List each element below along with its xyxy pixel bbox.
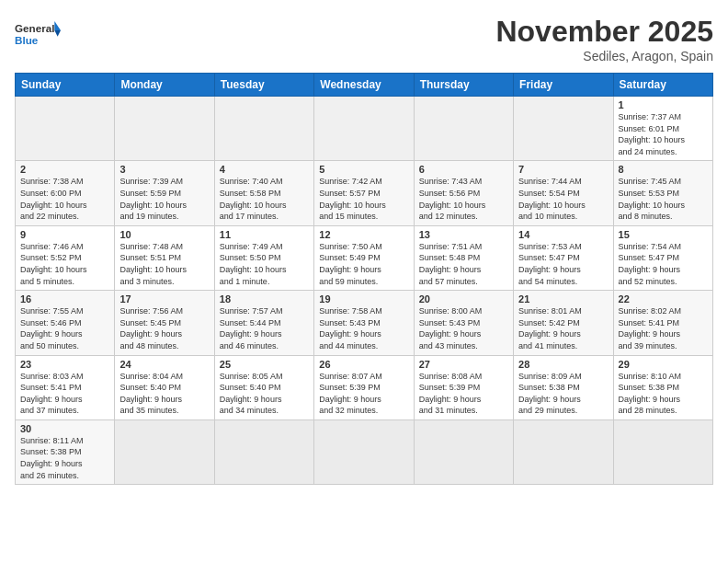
calendar-cell: 16Sunrise: 7:55 AM Sunset: 5:46 PM Dayli… xyxy=(16,291,115,355)
day-number: 10 xyxy=(119,229,209,240)
day-number: 29 xyxy=(619,359,708,370)
calendar-week-row: 2Sunrise: 7:38 AM Sunset: 6:00 PM Daylig… xyxy=(16,161,713,225)
day-info: Sunrise: 7:38 AM Sunset: 6:00 PM Dayligh… xyxy=(20,176,109,222)
calendar-cell: 11Sunrise: 7:49 AM Sunset: 5:50 PM Dayli… xyxy=(214,225,313,290)
day-number: 14 xyxy=(518,229,608,240)
calendar-cell: 18Sunrise: 7:57 AM Sunset: 5:44 PM Dayli… xyxy=(214,291,313,355)
calendar-cell xyxy=(314,419,414,484)
day-number: 2 xyxy=(20,164,109,175)
day-number: 26 xyxy=(319,359,408,370)
day-number: 11 xyxy=(220,229,309,240)
location: Sediles, Aragon, Spain xyxy=(495,49,713,63)
day-info: Sunrise: 7:51 AM Sunset: 5:48 PM Dayligh… xyxy=(419,241,508,287)
day-info: Sunrise: 7:46 AM Sunset: 5:52 PM Dayligh… xyxy=(20,241,109,287)
weekday-header-thursday: Thursday xyxy=(414,74,513,97)
day-number: 13 xyxy=(419,229,508,240)
day-number: 28 xyxy=(518,359,608,370)
day-info: Sunrise: 8:04 AM Sunset: 5:40 PM Dayligh… xyxy=(119,371,209,417)
calendar-cell xyxy=(514,419,613,484)
day-info: Sunrise: 7:37 AM Sunset: 6:01 PM Dayligh… xyxy=(619,111,708,157)
weekday-header-wednesday: Wednesday xyxy=(314,74,414,97)
calendar-cell: 28Sunrise: 8:09 AM Sunset: 5:38 PM Dayli… xyxy=(514,355,613,419)
calendar-cell: 6Sunrise: 7:43 AM Sunset: 5:56 PM Daylig… xyxy=(414,161,513,225)
calendar-cell: 17Sunrise: 7:56 AM Sunset: 5:45 PM Dayli… xyxy=(115,291,214,355)
calendar-week-row: 16Sunrise: 7:55 AM Sunset: 5:46 PM Dayli… xyxy=(16,291,713,355)
calendar-cell: 21Sunrise: 8:01 AM Sunset: 5:42 PM Dayli… xyxy=(514,291,613,355)
day-info: Sunrise: 8:07 AM Sunset: 5:39 PM Dayligh… xyxy=(319,371,408,417)
day-number: 21 xyxy=(518,293,608,304)
day-info: Sunrise: 7:45 AM Sunset: 5:53 PM Dayligh… xyxy=(619,176,708,222)
calendar-cell: 10Sunrise: 7:48 AM Sunset: 5:51 PM Dayli… xyxy=(115,225,214,290)
calendar-cell xyxy=(16,97,115,161)
calendar-cell: 9Sunrise: 7:46 AM Sunset: 5:52 PM Daylig… xyxy=(16,225,115,290)
day-info: Sunrise: 8:05 AM Sunset: 5:40 PM Dayligh… xyxy=(220,371,309,417)
day-info: Sunrise: 7:56 AM Sunset: 5:45 PM Dayligh… xyxy=(119,305,209,351)
calendar: SundayMondayTuesdayWednesdayThursdayFrid… xyxy=(15,73,713,485)
logo-svg: General Blue xyxy=(15,15,61,56)
calendar-cell: 7Sunrise: 7:44 AM Sunset: 5:54 PM Daylig… xyxy=(514,161,613,225)
day-number: 20 xyxy=(419,293,508,304)
calendar-cell: 5Sunrise: 7:42 AM Sunset: 5:57 PM Daylig… xyxy=(314,161,414,225)
day-number: 6 xyxy=(419,164,508,175)
day-number: 23 xyxy=(20,359,109,370)
calendar-cell xyxy=(214,97,313,161)
day-number: 5 xyxy=(319,164,408,175)
calendar-cell: 23Sunrise: 8:03 AM Sunset: 5:41 PM Dayli… xyxy=(16,355,115,419)
day-info: Sunrise: 7:50 AM Sunset: 5:49 PM Dayligh… xyxy=(319,241,408,287)
day-info: Sunrise: 8:01 AM Sunset: 5:42 PM Dayligh… xyxy=(518,305,608,351)
day-number: 15 xyxy=(619,229,708,240)
page: General Blue November 2025 Sediles, Arag… xyxy=(0,0,728,563)
day-info: Sunrise: 8:03 AM Sunset: 5:41 PM Dayligh… xyxy=(20,371,109,417)
day-info: Sunrise: 7:44 AM Sunset: 5:54 PM Dayligh… xyxy=(518,176,608,222)
day-number: 19 xyxy=(319,293,408,304)
day-number: 17 xyxy=(119,293,209,304)
day-info: Sunrise: 8:10 AM Sunset: 5:38 PM Dayligh… xyxy=(619,371,708,417)
calendar-cell xyxy=(514,97,613,161)
title-block: November 2025 Sediles, Aragon, Spain xyxy=(495,15,713,63)
calendar-cell: 29Sunrise: 8:10 AM Sunset: 5:38 PM Dayli… xyxy=(613,355,712,419)
calendar-week-row: 30Sunrise: 8:11 AM Sunset: 5:38 PM Dayli… xyxy=(16,419,713,484)
day-number: 9 xyxy=(20,229,109,240)
calendar-week-row: 23Sunrise: 8:03 AM Sunset: 5:41 PM Dayli… xyxy=(16,355,713,419)
calendar-cell: 25Sunrise: 8:05 AM Sunset: 5:40 PM Dayli… xyxy=(214,355,313,419)
day-info: Sunrise: 7:39 AM Sunset: 5:59 PM Dayligh… xyxy=(119,176,209,222)
calendar-cell: 3Sunrise: 7:39 AM Sunset: 5:59 PM Daylig… xyxy=(115,161,214,225)
day-info: Sunrise: 8:02 AM Sunset: 5:41 PM Dayligh… xyxy=(619,305,708,351)
day-number: 25 xyxy=(220,359,309,370)
day-number: 4 xyxy=(220,164,309,175)
calendar-cell xyxy=(214,419,313,484)
calendar-cell: 4Sunrise: 7:40 AM Sunset: 5:58 PM Daylig… xyxy=(214,161,313,225)
day-info: Sunrise: 7:40 AM Sunset: 5:58 PM Dayligh… xyxy=(220,176,309,222)
day-info: Sunrise: 8:08 AM Sunset: 5:39 PM Dayligh… xyxy=(419,371,508,417)
calendar-cell: 19Sunrise: 7:58 AM Sunset: 5:43 PM Dayli… xyxy=(314,291,414,355)
svg-text:General: General xyxy=(15,22,54,34)
calendar-cell: 2Sunrise: 7:38 AM Sunset: 6:00 PM Daylig… xyxy=(16,161,115,225)
weekday-header-row: SundayMondayTuesdayWednesdayThursdayFrid… xyxy=(16,74,713,97)
logo: General Blue xyxy=(15,15,61,56)
calendar-week-row: 9Sunrise: 7:46 AM Sunset: 5:52 PM Daylig… xyxy=(16,225,713,290)
day-number: 24 xyxy=(119,359,209,370)
calendar-cell: 20Sunrise: 8:00 AM Sunset: 5:43 PM Dayli… xyxy=(414,291,513,355)
day-info: Sunrise: 7:43 AM Sunset: 5:56 PM Dayligh… xyxy=(419,176,508,222)
day-info: Sunrise: 7:48 AM Sunset: 5:51 PM Dayligh… xyxy=(119,241,209,287)
day-info: Sunrise: 7:53 AM Sunset: 5:47 PM Dayligh… xyxy=(518,241,608,287)
calendar-cell: 30Sunrise: 8:11 AM Sunset: 5:38 PM Dayli… xyxy=(16,419,115,484)
svg-marker-3 xyxy=(54,30,61,37)
month-title: November 2025 xyxy=(495,15,713,49)
day-info: Sunrise: 7:42 AM Sunset: 5:57 PM Dayligh… xyxy=(319,176,408,222)
calendar-cell xyxy=(314,97,414,161)
weekday-header-tuesday: Tuesday xyxy=(214,74,313,97)
calendar-cell: 1Sunrise: 7:37 AM Sunset: 6:01 PM Daylig… xyxy=(613,97,712,161)
day-number: 30 xyxy=(20,423,109,434)
calendar-cell: 15Sunrise: 7:54 AM Sunset: 5:47 PM Dayli… xyxy=(613,225,712,290)
weekday-header-friday: Friday xyxy=(514,74,613,97)
weekday-header-sunday: Sunday xyxy=(16,74,115,97)
svg-text:Blue: Blue xyxy=(15,34,39,46)
calendar-cell xyxy=(414,419,513,484)
calendar-cell: 22Sunrise: 8:02 AM Sunset: 5:41 PM Dayli… xyxy=(613,291,712,355)
day-info: Sunrise: 7:58 AM Sunset: 5:43 PM Dayligh… xyxy=(319,305,408,351)
day-number: 12 xyxy=(319,229,408,240)
day-number: 1 xyxy=(619,99,708,110)
header: General Blue November 2025 Sediles, Arag… xyxy=(15,15,713,63)
weekday-header-monday: Monday xyxy=(115,74,214,97)
